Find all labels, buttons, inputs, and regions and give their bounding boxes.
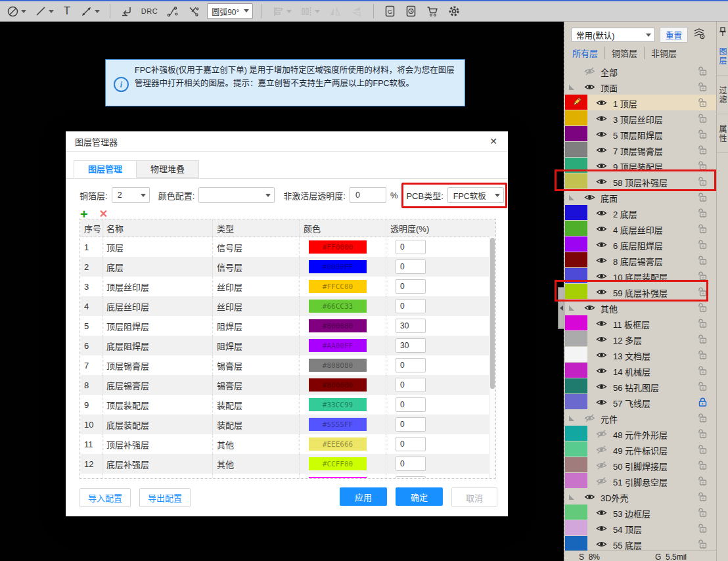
- table-row[interactable]: 4底层丝印层丝印层#66CC33: [80, 296, 495, 316]
- dimension-tool-button[interactable]: [79, 4, 101, 19]
- layer-color-swatch[interactable]: [565, 473, 587, 488]
- eye-hidden-icon[interactable]: [584, 413, 595, 425]
- layer-color-swatch[interactable]: [565, 252, 587, 267]
- opacity-input[interactable]: [396, 476, 426, 479]
- layer-row[interactable]: 6 底层阻焊层: [564, 236, 716, 252]
- eye-visible-icon[interactable]: [596, 271, 607, 283]
- color-chip[interactable]: #EEE666: [309, 438, 367, 451]
- order-document-button[interactable]: [403, 3, 419, 19]
- layer-row[interactable]: 全部: [564, 63, 716, 79]
- eye-visible-icon[interactable]: [584, 303, 595, 315]
- lock-open-icon[interactable]: [698, 114, 707, 125]
- pcb-type-select[interactable]: FPC软板: [447, 187, 504, 203]
- tab-noncopper-layers[interactable]: 非铜层: [644, 47, 683, 59]
- layer-color-swatch[interactable]: [565, 126, 587, 141]
- eye-visible-icon[interactable]: [596, 508, 607, 520]
- table-row[interactable]: 12底层补强层其他#CCFF00: [80, 454, 495, 474]
- opacity-input[interactable]: [396, 259, 426, 274]
- layer-row[interactable]: 50 引脚焊接层: [564, 457, 716, 473]
- layer-row[interactable]: 58 顶层补强层: [564, 173, 716, 189]
- apply-button[interactable]: 应用: [340, 487, 387, 506]
- side-tab-properties[interactable]: 属性: [717, 125, 728, 143]
- layer-row[interactable]: 14 机械层: [564, 363, 716, 378]
- layer-group-row[interactable]: 3D外壳: [564, 489, 716, 505]
- layer-color-swatch[interactable]: [565, 284, 587, 299]
- layer-row[interactable]: 7 顶层锡膏层: [564, 142, 716, 158]
- collapse-triangle-icon[interactable]: [569, 85, 574, 90]
- layer-settings-icon[interactable]: [693, 28, 706, 42]
- delete-layer-icon[interactable]: ✕: [99, 209, 108, 219]
- layer-color-swatch[interactable]: [565, 268, 587, 283]
- lock-open-icon[interactable]: [698, 492, 707, 504]
- layer-row[interactable]: 2 底层: [564, 205, 716, 221]
- layer-row[interactable]: 1 顶层: [564, 95, 716, 110]
- eye-visible-icon[interactable]: [596, 114, 607, 125]
- mirror-horizontal-button[interactable]: [327, 4, 343, 19]
- lock-open-icon[interactable]: [698, 66, 707, 78]
- table-scrollbar-thumb[interactable]: [490, 238, 495, 389]
- import-changes-button[interactable]: [119, 4, 134, 19]
- eye-visible-icon[interactable]: [596, 524, 607, 535]
- layer-color-swatch[interactable]: [565, 331, 587, 346]
- opacity-input[interactable]: [396, 338, 426, 353]
- lock-open-icon[interactable]: [698, 429, 707, 441]
- color-chip[interactable]: #AA00FF: [309, 339, 367, 352]
- opacity-input[interactable]: [396, 437, 426, 451]
- layer-color-swatch[interactable]: [565, 205, 587, 220]
- lock-open-icon[interactable]: [698, 256, 707, 267]
- layer-row[interactable]: 9 顶层装配层: [564, 158, 716, 173]
- opacity-input[interactable]: [396, 358, 426, 372]
- eye-hidden-icon[interactable]: [596, 476, 607, 488]
- cut-wire-tool-button[interactable]: [186, 4, 201, 19]
- layer-row[interactable]: 5 顶层阻焊层: [564, 126, 716, 142]
- lock-open-icon[interactable]: [698, 350, 707, 362]
- lock-open-icon[interactable]: [698, 287, 707, 299]
- color-chip[interactable]: #FFCC00: [309, 280, 367, 293]
- inactive-opacity-input[interactable]: 0: [350, 187, 386, 203]
- tab-copper-layers[interactable]: 铜箔层: [604, 47, 644, 59]
- eye-visible-icon[interactable]: [596, 287, 607, 299]
- layer-row[interactable]: 11 板框层: [564, 315, 716, 331]
- layer-color-swatch[interactable]: [565, 394, 587, 409]
- layer-color-swatch[interactable]: [565, 505, 587, 520]
- table-row[interactable]: 6底层阻焊层阻焊层#AA00FF: [80, 336, 495, 355]
- opacity-input[interactable]: [396, 319, 426, 333]
- color-chip[interactable]: #CCFF00: [309, 457, 367, 470]
- layer-color-swatch[interactable]: [565, 520, 587, 535]
- route-tool-button[interactable]: [165, 4, 180, 19]
- layer-row[interactable]: 12 多层: [564, 331, 716, 347]
- cart-button[interactable]: [424, 3, 440, 19]
- lock-open-icon[interactable]: [698, 224, 707, 236]
- lock-open-icon[interactable]: [698, 334, 707, 346]
- align-button[interactable]: [271, 4, 293, 19]
- eye-visible-icon[interactable]: [596, 350, 607, 362]
- table-row[interactable]: 3顶层丝印层丝印层#FFCC00: [80, 277, 495, 296]
- layer-color-swatch[interactable]: [565, 236, 587, 252]
- layer-color-swatch[interactable]: [565, 158, 587, 173]
- layer-row[interactable]: 51 引脚悬空层: [564, 473, 716, 489]
- panel-collapse-handle[interactable]: [558, 287, 564, 329]
- layer-color-swatch[interactable]: [565, 378, 587, 393]
- color-chip[interactable]: [309, 477, 367, 479]
- table-row[interactable]: 11顶层补强层其他#EEE666: [80, 434, 495, 454]
- text-tool-button[interactable]: T: [61, 4, 73, 18]
- table-row[interactable]: 5顶层阻焊层阻焊层#800080: [80, 316, 495, 336]
- mirror-vertical-button[interactable]: [349, 4, 365, 19]
- layer-row[interactable]: 10 底层装配层: [564, 268, 716, 284]
- eye-visible-icon[interactable]: [596, 208, 607, 220]
- layer-color-swatch[interactable]: [565, 441, 587, 457]
- eye-visible-icon[interactable]: [596, 161, 607, 173]
- drc-button[interactable]: DRC: [140, 6, 159, 16]
- tab-physical-stackup[interactable]: 物理堆叠: [137, 160, 199, 178]
- opacity-input[interactable]: [396, 378, 426, 392]
- layer-color-swatch[interactable]: [565, 347, 587, 362]
- layer-group-row[interactable]: 元件: [564, 410, 716, 426]
- eye-visible-icon[interactable]: [596, 397, 607, 409]
- eye-visible-icon[interactable]: [596, 319, 607, 330]
- ok-button[interactable]: 确定: [396, 487, 443, 506]
- layer-color-swatch[interactable]: [565, 95, 587, 110]
- layer-row[interactable]: 53 边框层: [564, 505, 716, 520]
- collapse-triangle-icon[interactable]: [569, 416, 574, 421]
- eye-visible-icon[interactable]: [596, 129, 607, 141]
- lock-open-icon[interactable]: [698, 145, 707, 157]
